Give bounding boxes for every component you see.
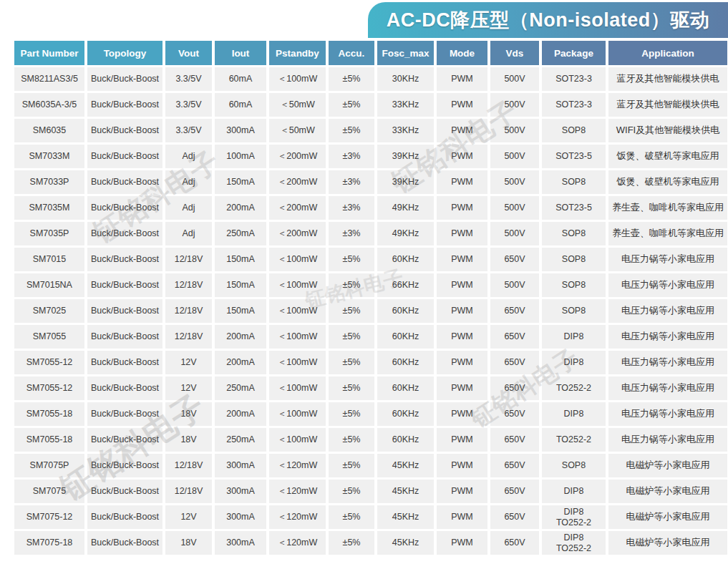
cell-accu-: ±5% [329,351,374,374]
cell-part-number: SM6035 [14,119,84,142]
cell-iout: 150mA [215,170,266,194]
cell-part-number: SM7015 [14,248,84,271]
table-row: SM7055-18Buck/Buck-Boost18V250mA＜100mW±5… [14,428,727,452]
table-row: SM7055-12Buck/Buck-Boost12V200mA＜100mW±5… [14,351,727,374]
cell-fosc-max: 60KHz [377,402,434,426]
cell-package: DIP8 TO252-2 [542,505,606,529]
cell-package: DIP8 [542,325,606,349]
cell-topology: Buck/Buck-Boost [87,325,162,349]
cell-fosc-max: 60KHz [377,299,434,323]
cell-pstandby: ＜200mW [269,145,326,168]
cell-iout: 60mA [215,67,266,91]
cell-vout: Adj [165,145,212,168]
cell-iout: 200mA [215,325,266,349]
cell-vout: Adj [165,170,212,194]
cell-application: 蓝牙及其他智能模块供电 [608,67,727,91]
cell-vds: 500V [490,273,539,297]
table-row: SM7033PBuck/Buck-BoostAdj150mA＜200mW±3%3… [14,170,727,194]
cell-package: SOP8 [542,299,606,323]
column-header: Fosc_max [377,41,434,65]
cell-iout: 200mA [215,351,266,374]
cell-application: 饭煲、破壁机等家电应用 [608,145,727,168]
cell-mode: PWM [437,119,487,142]
cell-iout: 100mA [215,145,266,168]
cell-accu-: ±5% [329,531,374,555]
cell-accu-: ±5% [329,376,374,400]
cell-topology: Buck/Buck-Boost [87,402,162,426]
cell-vout: 12/18V [165,480,212,503]
cell-iout: 150mA [215,273,266,297]
cell-mode: PWM [437,531,487,555]
cell-package: SOT23-3 [542,93,606,117]
title-banner: AC-DC降压型（Non-isolated）驱动 [368,2,728,38]
cell-mode: PWM [437,248,487,271]
cell-package: DIP8 [542,402,606,426]
cell-application: 饭煲、破壁机等家电应用 [608,170,727,194]
cell-topology: Buck/Buck-Boost [87,145,162,168]
cell-package: DIP8 [542,351,606,374]
cell-pstandby: ＜100mW [269,325,326,349]
table-header: Part NumberTopologyVoutIoutPstandbyAccu.… [14,41,727,65]
cell-package: DIP8 [542,480,606,503]
cell-application: WIFI及其他智能模块供电 [608,119,727,142]
cell-mode: PWM [437,325,487,349]
cell-vout: 12V [165,351,212,374]
cell-fosc-max: 60KHz [377,376,434,400]
cell-accu-: ±5% [329,67,374,91]
cell-pstandby: ＜100mW [269,67,326,91]
cell-mode: PWM [437,196,487,220]
cell-accu-: ±5% [329,402,374,426]
cell-iout: 250mA [215,428,266,452]
cell-mode: PWM [437,480,487,503]
cell-accu-: ±5% [329,273,374,297]
cell-part-number: SM7035M [14,196,84,220]
cell-mode: PWM [437,428,487,452]
cell-mode: PWM [437,145,487,168]
cell-iout: 200mA [215,196,266,220]
cell-mode: PWM [437,67,487,91]
cell-accu-: ±3% [329,222,374,245]
cell-vout: 18V [165,402,212,426]
cell-vds: 650V [490,454,539,477]
cell-pstandby: ＜120mW [269,480,326,503]
cell-part-number: SM7025 [14,299,84,323]
cell-fosc-max: 33KHz [377,119,434,142]
cell-topology: Buck/Buck-Boost [87,531,162,555]
cell-vds: 650V [490,325,539,349]
table-row: SM7035PBuck/Buck-BoostAdj250mA＜200mW±3%4… [14,222,727,245]
cell-vds: 650V [490,480,539,503]
product-table: Part NumberTopologyVoutIoutPstandbyAccu.… [11,39,728,557]
cell-application: 电压力锅等小家电应用 [608,273,727,297]
table-row: SM6035Buck/Buck-Boost3.3/5V300mA＜50mW±5%… [14,119,727,142]
cell-vout: 3.3/5V [165,93,212,117]
cell-iout: 150mA [215,248,266,271]
column-header: Part Number [14,41,84,65]
cell-vds: 500V [490,119,539,142]
column-header: Iout [215,41,266,65]
cell-iout: 300mA [215,454,266,477]
cell-mode: PWM [437,402,487,426]
column-header: Vds [490,41,539,65]
cell-mode: PWM [437,505,487,529]
cell-fosc-max: 33KHz [377,93,434,117]
cell-iout: 300mA [215,480,266,503]
cell-application: 电压力锅等小家电应用 [608,248,727,271]
cell-topology: Buck/Buck-Boost [87,119,162,142]
column-header: Application [608,41,727,65]
cell-accu-: ±5% [329,428,374,452]
cell-vds: 500V [490,222,539,245]
cell-iout: 60mA [215,93,266,117]
cell-application: 电磁炉等小家电应用 [608,531,727,555]
cell-pstandby: ＜100mW [269,402,326,426]
cell-vout: 3.3/5V [165,67,212,91]
cell-vout: Adj [165,196,212,220]
cell-topology: Buck/Buck-Boost [87,351,162,374]
cell-part-number: SM7055-18 [14,428,84,452]
cell-vds: 650V [490,376,539,400]
cell-mode: PWM [437,273,487,297]
cell-package: DIP8 TO252-2 [542,531,606,555]
column-header: Vout [165,41,212,65]
cell-iout: 250mA [215,376,266,400]
cell-iout: 200mA [215,402,266,426]
cell-fosc-max: 60KHz [377,325,434,349]
